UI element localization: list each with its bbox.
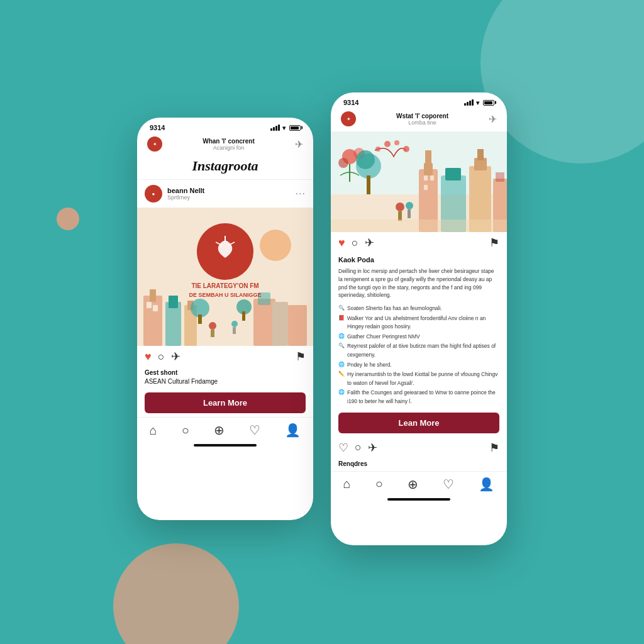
profile-nav-icon-left[interactable]: 👤 [285, 423, 301, 438]
bullet-item-2: 📕 Walker Yor and Us ahelstment forodenti… [338, 314, 499, 331]
nav-center-left: Whan 'l' concrent Acanigni fon [162, 138, 295, 151]
post-image-left: TIE LARATEGY'ON FM DE SEMBAH U SILANIGGE [137, 208, 313, 346]
comment-icon-right[interactable]: ○ [352, 236, 358, 250]
like-icon-right[interactable]: ♥ [338, 236, 345, 250]
post-caption-right: Renqdres [331, 458, 507, 471]
caption-username-right: Renqdres [338, 460, 367, 467]
nav-center-right: Wstat 'l' coporent Lomba tine [356, 113, 489, 126]
bullet-icon-5: 🌐 [338, 361, 345, 369]
wifi-icon-right: ▾ [476, 99, 479, 106]
logo-left: ✦ [147, 136, 162, 152]
svg-text:DE SEMBAH U SILANIGGE: DE SEMBAH U SILANIGGE [189, 292, 261, 298]
svg-point-57 [394, 140, 399, 145]
time-left: 9314 [150, 124, 165, 131]
svg-rect-6 [143, 296, 162, 346]
post-main-text-right: Deilling in loc mersip and pertach she l… [331, 265, 507, 302]
svg-rect-60 [331, 219, 507, 232]
post-illustration-left: TIE LARATEGY'ON FM DE SEMBAH U SILANIGGE [137, 208, 313, 346]
bg-decoration-circle-bottom [113, 543, 239, 644]
bullet-icon-2: 📕 [338, 314, 345, 323]
bullet-item-5: 🌐 Pndey le he sherd. [338, 361, 499, 370]
svg-rect-9 [153, 305, 158, 311]
learn-more-button-left[interactable]: Learn More [145, 392, 306, 413]
share-icon-right[interactable]: ✈ [365, 236, 374, 250]
bullet-text-7: Falith the Counges and geiearaed to Wnw … [347, 389, 499, 406]
bullet-item-6: ✏️ Hy ineramuntish to the lowd Kiottal b… [338, 370, 499, 387]
post-user-info-left: beann Nellt Sprtlrney [167, 187, 291, 201]
share-icon-right-2[interactable]: ✈ [368, 441, 377, 455]
post-more-icon-left[interactable]: ··· [296, 188, 306, 199]
home-bar-left [194, 444, 257, 447]
learn-more-button-right[interactable]: Lean More [338, 413, 499, 433]
svg-point-56 [384, 141, 391, 147]
status-bar-left: 9314 ▾ [137, 118, 313, 134]
share-icon-left[interactable]: ✈ [171, 350, 180, 364]
svg-point-52 [396, 203, 404, 211]
bullet-icon-1: 🔍 [338, 304, 345, 313]
bookmark-icon-right[interactable]: ⚑ [489, 236, 499, 250]
bullet-text-1: Soaten Slnerto fas has an feumolognali. [347, 304, 442, 313]
add-nav-icon-right[interactable]: ⊕ [408, 477, 418, 492]
comment-icon-left[interactable]: ○ [158, 350, 165, 364]
svg-rect-14 [253, 299, 275, 346]
status-icons-left: ▾ [270, 125, 301, 131]
action-bar-left: ♥ ○ ✈ ⚑ [137, 346, 313, 367]
svg-text:TIE LARATEGY'ON FM: TIE LARATEGY'ON FM [191, 282, 258, 289]
search-nav-icon-right[interactable]: ○ [375, 477, 383, 491]
svg-point-37 [356, 150, 375, 169]
post-image-right [331, 131, 507, 232]
caption-username-left: Gest shont [145, 369, 177, 376]
bottom-nav-right: ⌂ ○ ⊕ ♡ 👤 [331, 471, 507, 494]
like-icon-right-2[interactable]: ♡ [338, 441, 348, 455]
bullet-icon-7: 🌐 [338, 389, 345, 397]
like-nav-icon-right[interactable]: ♡ [443, 477, 454, 492]
svg-rect-48 [496, 172, 504, 182]
phone-left: 9314 ▾ ✦ Whan 'l' concrent Acanigni fon [137, 118, 313, 520]
bullet-item-1: 🔍 Soaten Slnerto fas has an feumolognali… [338, 304, 499, 313]
bullet-item-3: 🌐 Giather Chuer Peringrest NMV [338, 333, 499, 341]
send-icon-right[interactable]: ✈ [489, 113, 497, 125]
svg-point-1 [260, 230, 291, 261]
bg-decoration-circle-small [57, 208, 79, 230]
svg-rect-55 [408, 209, 411, 218]
search-nav-icon-left[interactable]: ○ [182, 423, 189, 438]
svg-rect-46 [477, 149, 484, 160]
svg-point-24 [231, 321, 238, 327]
svg-rect-19 [198, 314, 202, 324]
bookmark-icon-right-2[interactable]: ⚑ [489, 441, 499, 455]
home-nav-icon-right[interactable]: ⌂ [343, 477, 351, 491]
svg-rect-11 [169, 296, 178, 308]
svg-rect-7 [150, 289, 156, 302]
bullet-text-3: Giather Chuer Peringrest NMV [347, 333, 420, 341]
svg-rect-25 [233, 327, 236, 334]
svg-rect-16 [272, 302, 288, 346]
svg-point-58 [403, 146, 409, 152]
svg-rect-17 [288, 305, 307, 346]
svg-rect-43 [445, 168, 461, 180]
svg-rect-38 [367, 175, 370, 194]
send-icon-left[interactable]: ✈ [295, 138, 303, 150]
svg-point-54 [406, 202, 413, 209]
like-icon-left[interactable]: ♥ [145, 350, 152, 364]
svg-point-22 [209, 322, 216, 330]
bullet-text-5: Pndey le he sherd. [347, 361, 392, 370]
svg-rect-23 [211, 330, 214, 337]
nav-title-left: Whan 'l' concrent [162, 138, 295, 145]
home-nav-icon-left[interactable]: ⌂ [150, 423, 157, 438]
bookmark-icon-left[interactable]: ⚑ [296, 350, 306, 364]
profile-nav-icon-right[interactable]: 👤 [479, 477, 494, 492]
city-svg-right [331, 131, 507, 232]
nav-bar-left: ✦ Whan 'l' concrent Acanigni fon ✈ [137, 134, 313, 157]
status-bar-right: 9314 ▾ [331, 92, 507, 109]
post-avatar-left: ● [145, 185, 162, 203]
home-bar-right [387, 498, 450, 501]
like-nav-icon-left[interactable]: ♡ [249, 423, 260, 438]
bullet-item-4: 🔍 Reyrrest palofer of at 6ive butirze ma… [338, 342, 499, 359]
svg-rect-8 [147, 302, 152, 308]
add-nav-icon-left[interactable]: ⊕ [214, 423, 225, 438]
signal-icon [270, 125, 280, 131]
comment-icon-right-2[interactable]: ○ [355, 441, 362, 454]
nav-title-right: Wstat 'l' coporent [356, 113, 489, 119]
wifi-icon: ▾ [282, 125, 286, 131]
bullet-text-6: Hy ineramuntish to the lowd Kiottal be p… [347, 370, 499, 387]
